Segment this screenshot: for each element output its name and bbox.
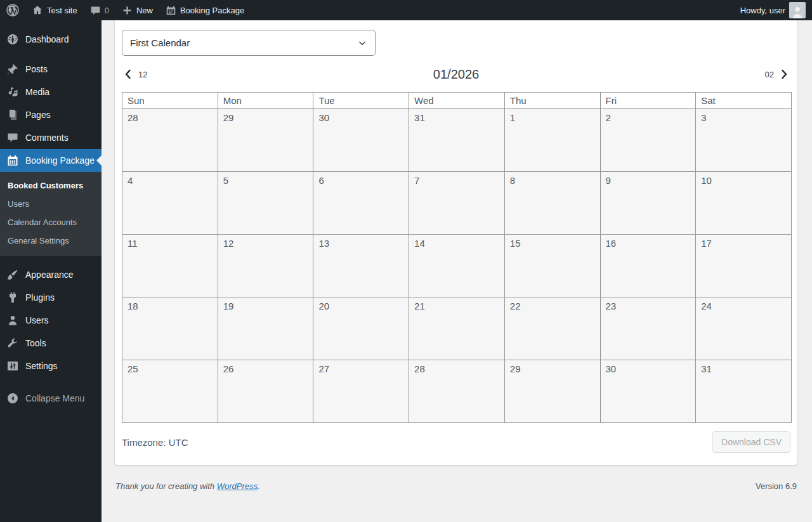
calendar-day-cell[interactable]: 29 (218, 109, 313, 172)
sidebar-item-settings[interactable]: Settings (0, 355, 102, 377)
calendar-day-cell[interactable]: 31 (409, 109, 505, 172)
calendar-icon (166, 5, 176, 16)
thanks-suffix: . (258, 481, 260, 491)
weekday-header-wed: Wed (409, 93, 505, 109)
booking-package-submenu: Booked CustomersUsersCalendar AccountsGe… (0, 172, 102, 256)
plugin-icon (6, 291, 19, 304)
prev-month-button[interactable]: 12 (122, 68, 147, 81)
calendar-day-cell[interactable]: 9 (600, 172, 696, 235)
wordpress-logo-menu[interactable] (0, 0, 25, 20)
calendar-day-cell[interactable]: 16 (600, 235, 696, 297)
calendar-day-cell[interactable]: 23 (600, 297, 696, 360)
sidebar-item-media[interactable]: Media (0, 81, 102, 103)
menu-separator (0, 377, 102, 384)
submenu-item-users[interactable]: Users (0, 195, 102, 213)
calendar-day-cell[interactable]: 13 (313, 235, 409, 297)
main-content: First Calendar 12 01/2026 02 SunMonTueWe… (102, 0, 812, 491)
calendar-day-cell[interactable]: 12 (218, 235, 313, 297)
sidebar-item-booking-package[interactable]: Booking Package (0, 149, 102, 172)
calendar-day-cell[interactable]: 25 (122, 360, 218, 423)
brush-icon (6, 268, 19, 281)
calendar-day-cell[interactable]: 7 (409, 172, 505, 235)
chevron-left-icon (122, 68, 134, 81)
calendar-day-cell[interactable]: 2 (600, 109, 696, 172)
howdy-text: Howdy, user (740, 6, 785, 15)
calendar-day-cell[interactable]: 22 (504, 297, 600, 360)
admin-bar: Test site 0 New Booking Package Howdy, u… (0, 0, 812, 20)
calendar-day-cell[interactable]: 24 (696, 297, 792, 360)
site-link[interactable]: Test site (25, 0, 84, 20)
calendar-day-cell[interactable]: 3 (696, 109, 792, 172)
sidebar-item-label: Plugins (25, 292, 55, 303)
sidebar-item-comments[interactable]: Comments (0, 126, 102, 149)
wordpress-link[interactable]: WordPress (217, 481, 258, 491)
calendar-footer: Timezone: UTC Download CSV (122, 428, 790, 456)
calendar-select[interactable]: First Calendar (122, 30, 376, 56)
calendar-day-cell[interactable]: 17 (696, 235, 792, 297)
sidebar-item-label: Settings (25, 361, 58, 371)
weekday-header-mon: Mon (218, 93, 313, 109)
calendar-day-cell[interactable]: 31 (696, 360, 792, 423)
chevron-down-icon (357, 38, 367, 48)
calendar-day-cell[interactable]: 19 (218, 297, 313, 360)
media-icon (6, 86, 19, 98)
calendar-day-cell[interactable]: 6 (313, 172, 409, 235)
prev-month-number: 12 (138, 70, 147, 79)
booking-calendar-table: SunMonTueWedThuFriSat 282930311234567891… (122, 92, 792, 423)
booking-calendar-card: First Calendar 12 01/2026 02 SunMonTueWe… (114, 15, 798, 466)
sidebar-item-pages[interactable]: Pages (0, 103, 102, 126)
sidebar-item-label: Dashboard (25, 34, 69, 44)
booking-package-shortcut[interactable]: Booking Package (159, 0, 251, 20)
calendar-day-cell[interactable]: 18 (122, 297, 218, 360)
calendar-day-cell[interactable]: 14 (409, 235, 505, 297)
sidebar-item-plugins[interactable]: Plugins (0, 286, 102, 309)
submenu-item-general-settings[interactable]: General Settings (0, 232, 102, 250)
menu-separator (0, 51, 102, 58)
sidebar-item-posts[interactable]: Posts (0, 58, 102, 81)
calendar-day-cell[interactable]: 30 (600, 360, 696, 423)
month-title: 01/2026 (433, 67, 479, 82)
calendar-day-cell[interactable]: 15 (504, 235, 600, 297)
calendar-day-cell[interactable]: 30 (313, 109, 409, 172)
sidebar-item-label: Media (25, 87, 49, 97)
calendar-day-cell[interactable]: 10 (696, 172, 792, 235)
new-content-menu[interactable]: New (115, 0, 159, 20)
calendar-day-cell[interactable]: 28 (122, 109, 218, 172)
pin-icon (6, 63, 19, 75)
calendar-day-cell[interactable]: 29 (504, 360, 600, 423)
next-month-button[interactable]: 02 (765, 68, 790, 81)
calendar-day-cell[interactable]: 5 (218, 172, 313, 235)
sidebar-item-tools[interactable]: Tools (0, 332, 102, 355)
calendar-day-cell[interactable]: 26 (218, 360, 313, 423)
submenu-item-calendar-accounts[interactable]: Calendar Accounts (0, 213, 102, 232)
calendar-week-row: 11121314151617 (122, 235, 792, 297)
month-navigation: 12 01/2026 02 (122, 64, 790, 84)
sidebar-item-appearance[interactable]: Appearance (0, 263, 102, 286)
sidebar-item-collapse-menu[interactable]: Collapse Menu (0, 387, 102, 410)
calendar-day-cell[interactable]: 4 (122, 172, 218, 235)
next-month-number: 02 (765, 70, 774, 79)
pages-icon (6, 108, 19, 121)
sidebar-item-label: Booking Package (25, 155, 95, 166)
weekday-header-tue: Tue (313, 93, 409, 109)
sidebar-item-dashboard[interactable]: Dashboard (0, 28, 102, 51)
calendar-day-cell[interactable]: 11 (122, 235, 218, 297)
wordpress-logo-icon (6, 4, 19, 16)
comments-shortcut[interactable]: 0 (84, 0, 115, 20)
calendar-day-cell[interactable]: 20 (313, 297, 409, 360)
calendar-day-cell[interactable]: 21 (409, 297, 505, 360)
download-csv-button[interactable]: Download CSV (712, 431, 790, 453)
calendar-day-cell[interactable]: 27 (313, 360, 409, 423)
new-label: New (136, 6, 153, 15)
sidebar-item-label: Posts (25, 64, 48, 74)
calendar-week-row: 25262728293031 (122, 360, 792, 423)
submenu-item-booked-customers[interactable]: Booked Customers (0, 176, 102, 195)
plus-icon (122, 5, 133, 16)
sidebar-item-label: Pages (25, 110, 51, 120)
calendar-day-cell[interactable]: 8 (504, 172, 600, 235)
calendar-day-cell[interactable]: 28 (409, 360, 505, 423)
calendar-day-cell[interactable]: 1 (504, 109, 600, 172)
sidebar-item-users[interactable]: Users (0, 309, 102, 332)
account-menu[interactable]: Howdy, user (734, 0, 812, 20)
sidebar-item-label: Tools (25, 338, 46, 348)
